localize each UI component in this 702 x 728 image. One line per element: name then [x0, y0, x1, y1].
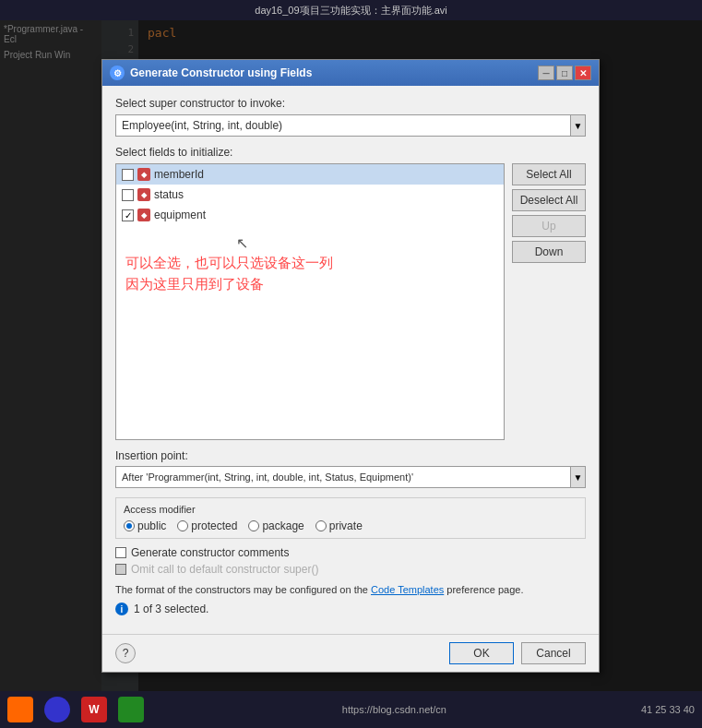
radio-public[interactable]: public — [124, 519, 166, 532]
field-icon-equipment: ◆ — [137, 209, 150, 221]
super-constructor-label: Select super constructor to invoke: — [115, 97, 586, 110]
dialog-body: Select super constructor to invoke: Empl… — [102, 86, 599, 634]
access-modifier-section: Access modifier public protected package — [115, 497, 586, 539]
radio-private[interactable]: private — [315, 519, 363, 532]
radio-protected[interactable]: protected — [177, 519, 237, 532]
taskbar: W https://blog.csdn.net/cn 41 25 33 40 — [0, 691, 702, 728]
minimize-button[interactable]: ─ — [538, 66, 554, 80]
taskbar-url: https://blog.csdn.net/cn — [151, 704, 637, 715]
radio-package-circle[interactable] — [248, 520, 259, 531]
radio-protected-label: protected — [191, 519, 237, 532]
annotation-area: 可以全选，也可以只选设备这一列因为这里只用到了设备 ↖ — [116, 225, 504, 410]
eclipse-background: *Programmer.java - Ecl Project Run Win 1… — [0, 20, 702, 728]
checkbox-omit-label: Omit call to default constructor super() — [131, 563, 318, 576]
deselect-all-button[interactable]: Deselect All — [512, 189, 586, 211]
radio-public-label: public — [137, 519, 166, 532]
radio-public-circle[interactable] — [124, 520, 135, 531]
status-bar: i 1 of 3 selected. — [115, 603, 586, 615]
mouse-cursor: ↖ — [236, 234, 248, 252]
titlebar-controls: ─ □ ✕ — [538, 66, 591, 80]
dialog-footer: ? OK Cancel — [102, 634, 599, 672]
info-text: The format of the constructors may be co… — [115, 583, 586, 597]
taskbar-item-4[interactable] — [114, 693, 148, 726]
access-modifier-title: Access modifier — [124, 504, 577, 515]
taskbar-icon-4 — [118, 697, 144, 722]
insertion-point-label: Insertion point: — [115, 449, 586, 462]
check-row-comments: Generate constructor comments — [115, 546, 586, 559]
taskbar-item-3[interactable]: W — [77, 693, 111, 726]
ok-button[interactable]: OK — [449, 642, 514, 664]
radio-package-label: package — [262, 519, 303, 532]
field-icon-memberid: ◆ — [137, 168, 150, 181]
code-templates-link[interactable]: Code Templates — [371, 584, 444, 595]
status-text: 1 of 3 selected. — [134, 603, 208, 615]
taskbar-item-1[interactable] — [4, 693, 37, 726]
field-icon-status: ◆ — [137, 188, 150, 201]
field-name-status: status — [154, 188, 184, 201]
list-item[interactable]: ✓ ◆ equipment — [116, 205, 504, 225]
generate-constructor-dialog: ⚙ Generate Constructor using Fields ─ □ … — [101, 59, 600, 673]
list-item[interactable]: ◆ memberId — [116, 164, 504, 185]
insertion-point-dropdown[interactable]: After 'Programmer(int, String, int, doub… — [115, 466, 586, 488]
radio-private-circle[interactable] — [315, 520, 327, 531]
dialog-titlebar: ⚙ Generate Constructor using Fields ─ □ … — [102, 60, 599, 86]
up-button[interactable]: Up — [512, 215, 586, 237]
field-checkbox-memberid[interactable] — [122, 169, 134, 181]
annotation-text: 可以全选，也可以只选设备这一列因为这里只用到了设备 — [125, 253, 333, 294]
radio-private-label: private — [329, 519, 363, 532]
checkbox-omit[interactable] — [115, 564, 126, 575]
fields-list[interactable]: ◆ memberId ◆ status ✓ ◆ equipment — [115, 163, 505, 440]
field-checkbox-equipment[interactable]: ✓ — [122, 209, 134, 221]
taskbar-item-2[interactable] — [41, 693, 74, 726]
radio-package[interactable]: package — [248, 519, 303, 532]
super-constructor-value: Employee(int, String, int, double) — [122, 119, 579, 132]
super-constructor-dropdown-arrow: ▼ — [570, 115, 585, 136]
fields-container: ◆ memberId ◆ status ✓ ◆ equipment — [115, 163, 586, 440]
taskbar-counter: 41 25 33 40 — [641, 704, 695, 715]
taskbar-icon-1 — [7, 697, 33, 722]
insertion-dropdown-arrow: ▼ — [570, 467, 585, 487]
fields-label: Select fields to initialize: — [115, 146, 586, 159]
side-buttons: Select All Deselect All Up Down — [512, 163, 586, 440]
dialog-icon: ⚙ — [110, 66, 125, 80]
maximize-button[interactable]: □ — [556, 66, 573, 80]
footer-buttons: OK Cancel — [449, 642, 586, 664]
info-icon: i — [115, 603, 128, 615]
dialog-title: Generate Constructor using Fields — [130, 66, 312, 79]
cancel-button[interactable]: Cancel — [521, 642, 586, 664]
super-constructor-dropdown[interactable]: Employee(int, String, int, double) ▼ — [115, 114, 586, 137]
field-name-memberid: memberId — [154, 168, 204, 181]
help-button[interactable]: ? — [115, 643, 136, 663]
insertion-point-value: After 'Programmer(int, String, int, doub… — [122, 471, 579, 483]
taskbar-icon-2 — [44, 697, 70, 722]
check-row-omit: Omit call to default constructor super() — [115, 563, 586, 576]
checkbox-comments[interactable] — [115, 547, 126, 558]
checkbox-comments-label: Generate constructor comments — [131, 546, 289, 559]
checkbox-section: Generate constructor comments Omit call … — [115, 546, 586, 576]
down-button[interactable]: Down — [512, 241, 586, 263]
radio-protected-circle[interactable] — [177, 520, 188, 531]
select-all-button[interactable]: Select All — [512, 163, 586, 185]
close-button[interactable]: ✕ — [575, 66, 591, 80]
field-checkbox-status[interactable] — [122, 189, 134, 201]
list-item[interactable]: ◆ status — [116, 185, 504, 205]
taskbar-icon-3: W — [81, 697, 107, 722]
window-title: day16_09项目三功能实现：主界面功能.avi — [0, 0, 702, 20]
field-name-equipment: equipment — [154, 209, 206, 221]
radio-group: public protected package private — [124, 519, 577, 532]
